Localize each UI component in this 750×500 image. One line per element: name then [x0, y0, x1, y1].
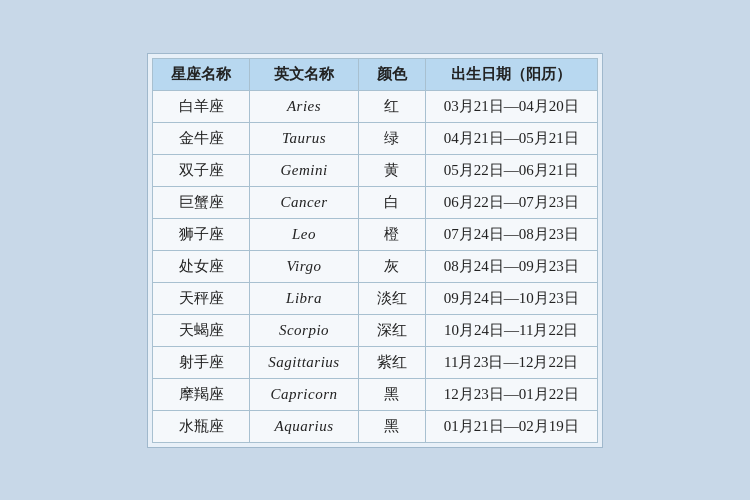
- cell-r9-c2: 黑: [358, 378, 425, 410]
- cell-r4-c2: 橙: [358, 218, 425, 250]
- cell-r5-c3: 08月24日—09月23日: [425, 250, 597, 282]
- cell-r10-c3: 01月21日—02月19日: [425, 410, 597, 442]
- cell-r5-c2: 灰: [358, 250, 425, 282]
- table-row: 水瓶座Aquarius黑01月21日—02月19日: [153, 410, 597, 442]
- cell-r1-c0: 金牛座: [153, 122, 250, 154]
- cell-r3-c3: 06月22日—07月23日: [425, 186, 597, 218]
- col-header-english: 英文名称: [250, 58, 358, 90]
- cell-r7-c1: Scorpio: [250, 314, 358, 346]
- table-row: 狮子座Leo橙07月24日—08月23日: [153, 218, 597, 250]
- cell-r4-c0: 狮子座: [153, 218, 250, 250]
- cell-r3-c1: Cancer: [250, 186, 358, 218]
- cell-r4-c1: Leo: [250, 218, 358, 250]
- cell-r10-c2: 黑: [358, 410, 425, 442]
- table-row: 双子座Gemini黄05月22日—06月21日: [153, 154, 597, 186]
- col-header-color: 颜色: [358, 58, 425, 90]
- table-row: 天秤座Libra淡红09月24日—10月23日: [153, 282, 597, 314]
- cell-r8-c0: 射手座: [153, 346, 250, 378]
- cell-r3-c0: 巨蟹座: [153, 186, 250, 218]
- col-header-date: 出生日期（阳历）: [425, 58, 597, 90]
- cell-r2-c1: Gemini: [250, 154, 358, 186]
- cell-r1-c3: 04月21日—05月21日: [425, 122, 597, 154]
- cell-r10-c1: Aquarius: [250, 410, 358, 442]
- cell-r6-c1: Libra: [250, 282, 358, 314]
- cell-r10-c0: 水瓶座: [153, 410, 250, 442]
- cell-r2-c0: 双子座: [153, 154, 250, 186]
- cell-r0-c2: 红: [358, 90, 425, 122]
- cell-r9-c1: Capricorn: [250, 378, 358, 410]
- cell-r2-c3: 05月22日—06月21日: [425, 154, 597, 186]
- table-row: 天蝎座Scorpio深红10月24日—11月22日: [153, 314, 597, 346]
- cell-r6-c2: 淡红: [358, 282, 425, 314]
- cell-r4-c3: 07月24日—08月23日: [425, 218, 597, 250]
- table-row: 白羊座Aries红03月21日—04月20日: [153, 90, 597, 122]
- cell-r2-c2: 黄: [358, 154, 425, 186]
- cell-r6-c0: 天秤座: [153, 282, 250, 314]
- cell-r0-c3: 03月21日—04月20日: [425, 90, 597, 122]
- cell-r1-c2: 绿: [358, 122, 425, 154]
- cell-r5-c0: 处女座: [153, 250, 250, 282]
- cell-r8-c2: 紫红: [358, 346, 425, 378]
- table-header-row: 星座名称 英文名称 颜色 出生日期（阳历）: [153, 58, 597, 90]
- table-row: 金牛座Taurus绿04月21日—05月21日: [153, 122, 597, 154]
- cell-r0-c0: 白羊座: [153, 90, 250, 122]
- cell-r0-c1: Aries: [250, 90, 358, 122]
- table-container: 星座名称 英文名称 颜色 出生日期（阳历） 白羊座Aries红03月21日—04…: [147, 53, 602, 448]
- table-row: 巨蟹座Cancer白06月22日—07月23日: [153, 186, 597, 218]
- cell-r9-c0: 摩羯座: [153, 378, 250, 410]
- cell-r6-c3: 09月24日—10月23日: [425, 282, 597, 314]
- col-header-chinese: 星座名称: [153, 58, 250, 90]
- cell-r1-c1: Taurus: [250, 122, 358, 154]
- table-row: 射手座Sagittarius紫红11月23日—12月22日: [153, 346, 597, 378]
- cell-r7-c2: 深红: [358, 314, 425, 346]
- cell-r5-c1: Virgo: [250, 250, 358, 282]
- table-row: 处女座Virgo灰08月24日—09月23日: [153, 250, 597, 282]
- cell-r7-c3: 10月24日—11月22日: [425, 314, 597, 346]
- cell-r8-c3: 11月23日—12月22日: [425, 346, 597, 378]
- cell-r8-c1: Sagittarius: [250, 346, 358, 378]
- cell-r7-c0: 天蝎座: [153, 314, 250, 346]
- cell-r3-c2: 白: [358, 186, 425, 218]
- table-row: 摩羯座Capricorn黑12月23日—01月22日: [153, 378, 597, 410]
- cell-r9-c3: 12月23日—01月22日: [425, 378, 597, 410]
- zodiac-table: 星座名称 英文名称 颜色 出生日期（阳历） 白羊座Aries红03月21日—04…: [152, 58, 597, 443]
